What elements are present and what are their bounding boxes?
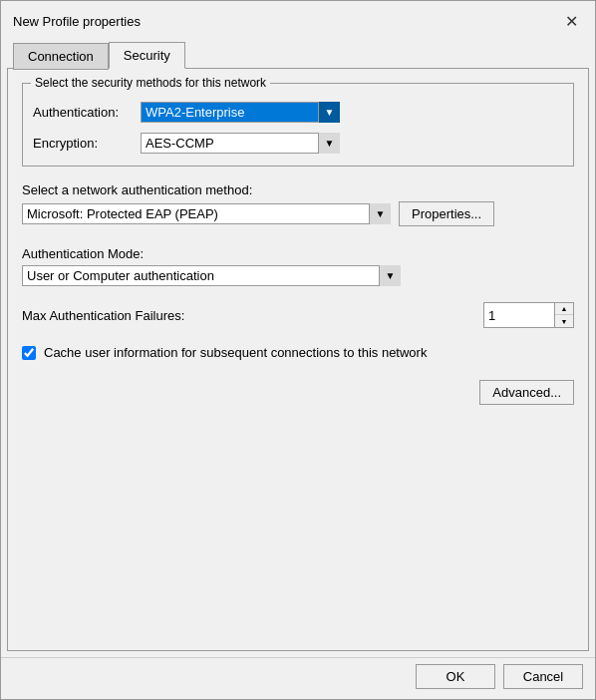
max-failures-row: Max Authentication Failures: ▲ ▼	[22, 302, 574, 328]
max-failures-label: Max Authentication Failures:	[22, 308, 475, 323]
network-auth-select-wrapper: Microsoft: Protected EAP (PEAP) Microsof…	[22, 203, 391, 224]
encryption-select[interactable]: AES-CCMP TKIP None	[141, 133, 340, 154]
cache-checkbox-label: Cache user information for subsequent co…	[44, 344, 427, 362]
advanced-button[interactable]: Advanced...	[479, 380, 574, 405]
ok-button[interactable]: OK	[416, 664, 495, 689]
dialog-title: New Profile properties	[13, 14, 141, 29]
advanced-row: Advanced...	[22, 380, 574, 405]
max-failures-input[interactable]	[484, 306, 554, 325]
tabs-bar: Connection Security	[1, 37, 595, 68]
title-bar: New Profile properties ✕	[1, 1, 595, 37]
authentication-label: Authentication:	[33, 105, 133, 120]
authentication-row: Authentication: WPA2-Enterprise WPA2-Per…	[33, 102, 563, 123]
authentication-select-wrapper: WPA2-Enterprise WPA2-Personal WPA-Enterp…	[141, 102, 340, 123]
auth-mode-row: User or Computer authentication User aut…	[22, 265, 574, 286]
tab-security[interactable]: Security	[109, 42, 185, 69]
network-auth-select[interactable]: Microsoft: Protected EAP (PEAP) Microsof…	[22, 203, 391, 224]
auth-mode-select[interactable]: User or Computer authentication User aut…	[22, 265, 401, 286]
properties-button[interactable]: Properties...	[399, 201, 494, 226]
spinner-down-button[interactable]: ▼	[555, 315, 573, 327]
encryption-select-wrapper: AES-CCMP TKIP None ▼	[141, 133, 340, 154]
dialog: New Profile properties ✕ Connection Secu…	[0, 0, 596, 700]
tab-connection[interactable]: Connection	[13, 43, 109, 70]
close-button[interactable]: ✕	[559, 9, 583, 33]
network-auth-method-row: Microsoft: Protected EAP (PEAP) Microsof…	[22, 201, 574, 226]
auth-mode-label: Authentication Mode:	[22, 246, 574, 261]
cache-checkbox[interactable]	[22, 346, 36, 360]
auth-mode-select-wrapper: User or Computer authentication User aut…	[22, 265, 401, 286]
max-failures-spinner: ▲ ▼	[483, 302, 574, 328]
cache-checkbox-row: Cache user information for subsequent co…	[22, 344, 574, 362]
spinner-arrows: ▲ ▼	[554, 303, 573, 327]
security-methods-group: Select the security methods for this net…	[22, 83, 574, 167]
group-label: Select the security methods for this net…	[31, 76, 270, 90]
auth-mode-section: Authentication Mode: User or Computer au…	[22, 242, 574, 286]
authentication-select[interactable]: WPA2-Enterprise WPA2-Personal WPA-Enterp…	[141, 102, 340, 123]
encryption-row: Encryption: AES-CCMP TKIP None ▼	[33, 133, 563, 154]
dialog-footer: OK Cancel	[1, 657, 595, 699]
network-auth-section: Select a network authentication method: …	[22, 178, 574, 226]
spinner-up-button[interactable]: ▲	[555, 303, 573, 315]
cancel-button[interactable]: Cancel	[503, 664, 583, 689]
encryption-label: Encryption:	[33, 136, 133, 151]
security-tab-content: Select the security methods for this net…	[7, 68, 589, 651]
network-auth-label: Select a network authentication method:	[22, 182, 574, 197]
